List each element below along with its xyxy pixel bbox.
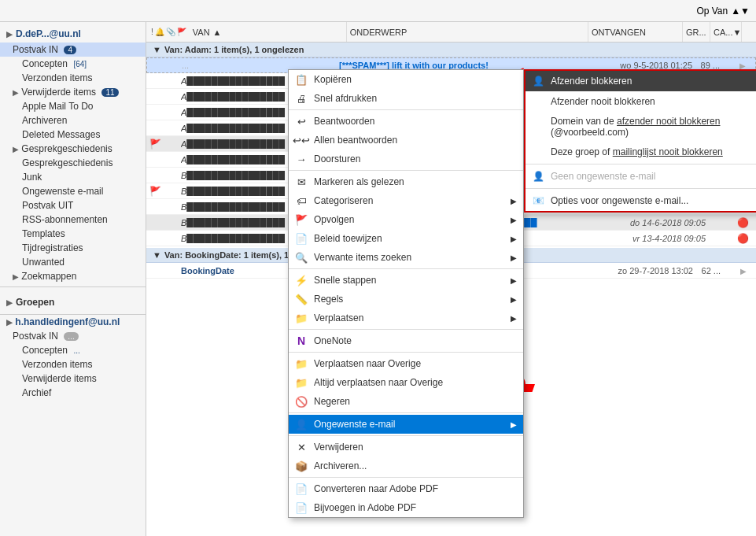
- menu-item-markeren[interactable]: ✉ Markeren als gelezen: [289, 172, 523, 191]
- always-move-icon: 📁: [295, 376, 308, 389]
- size-col-header[interactable]: GR...: [683, 22, 710, 42]
- sidebar-second-account[interactable]: ▶ h.handledingenf@uu.nl: [0, 315, 146, 329]
- junk-mail-icon: 👤: [295, 418, 308, 431]
- rules-icon: 📏: [295, 293, 308, 305]
- menu-item-snel-afdrukken[interactable]: 🖨 Snel afdrukken: [289, 89, 523, 108]
- submenu-item-domein-nooit[interactable]: Domein van de afzender nooit blokkeren (…: [526, 112, 756, 142]
- sidebar-item-tijdregistraties[interactable]: Tijdregistraties: [0, 241, 146, 255]
- subject-col-header[interactable]: ONDERWERP: [347, 22, 588, 42]
- menu-label-snelle-stappen: Snelle stappen: [314, 275, 376, 286]
- row-cat: 🔴: [733, 217, 753, 228]
- sidebar-item-deleted-messages[interactable]: Deleted Messages: [0, 128, 146, 142]
- filter-icon[interactable]: ▼: [732, 28, 741, 37]
- submenu-arrow-icon: ▶: [511, 216, 517, 224]
- submenu-item-mailinglijst-nooit[interactable]: Deze groep of mailinglijst nooit blokker…: [526, 142, 756, 162]
- menu-label-bijvoegen-pdf: Bijvoegen in Adobe PDF: [314, 502, 416, 513]
- sidebar-item-verzonden2[interactable]: Verzonden items: [0, 357, 146, 372]
- sort-desc-icon[interactable]: ▼: [740, 6, 750, 17]
- row-size: 62 ...: [693, 266, 721, 275]
- importance-col-header[interactable]: !: [151, 28, 153, 36]
- menu-item-verwijderen[interactable]: ✕ Verwijderen: [289, 438, 523, 457]
- row-date: do 14-6-2018 09:05: [611, 218, 706, 227]
- from-col-header[interactable]: VAN ▲: [190, 22, 347, 42]
- menu-item-doorsturen[interactable]: → Doorsturen: [289, 150, 523, 168]
- sidebar-item-postvak-in2[interactable]: Postvak IN ...: [0, 329, 146, 343]
- group-expand-icon[interactable]: ▼: [153, 45, 161, 54]
- never-block-list-icon: [532, 146, 544, 158]
- bell-col-header[interactable]: 🔔: [155, 28, 164, 36]
- sidebar-item-gesprek2[interactable]: Gesprekgeschiedenis: [0, 156, 146, 170]
- menu-item-regels[interactable]: 📏 Regels ▶: [289, 290, 523, 309]
- group-expand-icon2[interactable]: ▼: [153, 250, 161, 260]
- menu-item-adobe-pdf[interactable]: 📄 Converteren naar Adobe PDF: [289, 479, 523, 498]
- sidebar-item-groepen[interactable]: ▶ Groepen: [0, 294, 146, 311]
- sidebar-item-zoekmappen[interactable]: ▶ Zoekmappen: [0, 269, 146, 283]
- menu-separator: [289, 477, 523, 478]
- context-menu[interactable]: 📋 Kopiëren 🖨 Snel afdrukken ↩ Beantwoord…: [288, 69, 524, 518]
- menu-item-archiveren[interactable]: 📦 Archiveren...: [289, 457, 523, 475]
- menu-item-categoriseren[interactable]: 🏷 Categoriseren ▶: [289, 191, 523, 210]
- menu-item-beleid[interactable]: 📄 Beleid toewijzen ▶: [289, 229, 523, 248]
- submenu-arrow-icon: ▶: [511, 276, 517, 285]
- column-headers: ! 🔔 📎 🚩 VAN ▲ ONDERWERP ONTVANGEN GR... …: [146, 22, 756, 43]
- menu-label-adobe-pdf: Converteren naar Adobe PDF: [314, 483, 438, 494]
- submenu-item-opties[interactable]: 📧 Opties voor ongewenste e-mail...: [526, 190, 756, 211]
- search-related-icon: 🔍: [295, 251, 308, 264]
- menu-item-allen-beantwoorden[interactable]: ↩↩ Allen beantwoorden: [289, 131, 523, 150]
- menu-item-beantwoorden[interactable]: ↩ Beantwoorden: [289, 112, 523, 131]
- menu-item-bijvoegen-pdf[interactable]: 📄 Bijvoegen in Adobe PDF: [289, 498, 523, 517]
- submenu-item-afzender-blokkeren[interactable]: 👤 Afzender blokkeren: [526, 71, 756, 91]
- sidebar-item-ongewenste[interactable]: Ongewenste e-mail: [0, 184, 146, 198]
- sidebar-item-concepten[interactable]: Concepten [64]: [0, 57, 146, 71]
- sidebar-item-archief2[interactable]: Archief: [0, 386, 146, 400]
- sidebar-item-archiveren[interactable]: Archiveren: [0, 113, 146, 128]
- flag-col-header[interactable]: 🚩: [177, 28, 186, 36]
- menu-label-ongewenste: Ongewenste e-mail: [314, 419, 395, 430]
- menu-item-verplaatsen-overige[interactable]: 📁 Verplaatsen naar Overige: [289, 354, 523, 373]
- sidebar-item-junk[interactable]: Junk: [0, 170, 146, 184]
- sidebar-item-rss[interactable]: RSS-abonnementen: [0, 213, 146, 227]
- icon-col-headers: ! 🔔 📎 🚩: [148, 28, 190, 36]
- menu-label-markeren: Markeren als gelezen: [314, 176, 404, 187]
- received-col-header[interactable]: ONTVANGEN: [588, 22, 683, 42]
- menu-item-altijd-verplaatsen[interactable]: 📁 Altijd verplaatsen naar Overige: [289, 373, 523, 392]
- cat-col-header[interactable]: CA... ▼: [710, 22, 742, 42]
- sidebar-item-postvak-in[interactable]: Postvak IN 4: [0, 43, 146, 57]
- expand-account-icon[interactable]: ▶: [6, 30, 13, 39]
- sidebar-item-verwijderde2[interactable]: Verwijderde items: [0, 372, 146, 386]
- sidebar-item-apple-mail[interactable]: Apple Mail To Do: [0, 99, 146, 113]
- sidebar-item-postvak-uit[interactable]: Postvak UIT: [0, 198, 146, 213]
- menu-item-verplaatsen[interactable]: 📁 Verplaatsen ▶: [289, 309, 523, 327]
- menu-label-opvolgen: Opvolgen: [314, 214, 354, 225]
- never-block-domain-icon: [532, 120, 544, 133]
- sidebar-item-concepten2[interactable]: Concepten ...: [0, 343, 146, 357]
- copy-icon: 📋: [295, 73, 308, 86]
- menu-label-verplaatsen-overige: Verplaatsen naar Overige: [314, 358, 421, 369]
- menu-item-kopieren[interactable]: 📋 Kopiëren: [289, 70, 523, 89]
- sidebar-item-unwanted[interactable]: Unwanted: [0, 255, 146, 269]
- submenu-arrow-icon: ▶: [511, 420, 517, 429]
- attachment-col-header[interactable]: 📎: [166, 28, 175, 36]
- policy-icon: 📄: [295, 232, 308, 245]
- sidebar-item-gesprek1[interactable]: ▶ Gesprekgeschiedenis: [0, 142, 146, 156]
- row-icons: 🚩: [149, 186, 181, 197]
- sidebar-item-verzonden[interactable]: Verzonden items: [0, 71, 146, 85]
- menu-item-ongewenste[interactable]: 👤 Ongewenste e-mail ▶: [289, 415, 523, 434]
- row-arrow2: ▶: [740, 265, 753, 276]
- sidebar-item-verwijderde[interactable]: ▶ Verwijderde items 11: [0, 85, 146, 99]
- submenu-item-nooit-blokkeren[interactable]: Afzender nooit blokkeren: [526, 91, 756, 112]
- options-icon: 📧: [532, 194, 544, 207]
- sidebar-item-templates[interactable]: Templates: [0, 227, 146, 241]
- submenu-label-mailinglijst-nooit: Deze groep of mailinglijst nooit blokker…: [551, 146, 723, 157]
- menu-item-snelle-stappen[interactable]: ⚡ Snelle stappen ▶: [289, 271, 523, 290]
- expand-verwijderde-icon[interactable]: ▶: [13, 88, 19, 97]
- menu-item-opvolgen[interactable]: 🚩 Opvolgen ▶: [289, 210, 523, 229]
- menu-separator: [289, 170, 523, 171]
- menu-item-negeren[interactable]: 🚫 Negeren: [289, 392, 523, 411]
- menu-item-onenote[interactable]: N OneNote: [289, 331, 523, 350]
- menu-label-archiveren: Archiveren...: [314, 460, 367, 471]
- menu-item-verwante[interactable]: 🔍 Verwante items zoeken ▶: [289, 248, 523, 267]
- menu-label-allen-beantwoorden: Allen beantwoorden: [314, 135, 397, 146]
- submenu-junk-mail[interactable]: 👤 Afzender blokkeren Afzender nooit blok…: [524, 69, 756, 213]
- sort-asc-icon[interactable]: ▲: [731, 6, 740, 17]
